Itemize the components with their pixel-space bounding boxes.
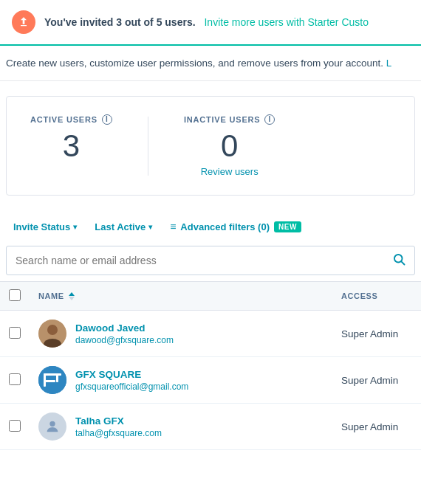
table-header-row: NAME ACCESS bbox=[0, 282, 421, 311]
user-display-name: Dawood Javed bbox=[75, 322, 174, 334]
user-access-cell: Super Admin bbox=[332, 404, 421, 450]
avatar bbox=[38, 366, 66, 394]
svg-rect-8 bbox=[44, 380, 55, 382]
user-checkbox-0[interactable] bbox=[9, 327, 21, 339]
new-badge: NEW bbox=[274, 221, 301, 232]
active-users-label: ACTIVE USERS bbox=[30, 115, 97, 124]
svg-point-3 bbox=[47, 325, 58, 335]
search-input[interactable] bbox=[16, 255, 392, 266]
table-row: Talha GFX talha@gfxsquare.com Super Admi… bbox=[0, 404, 421, 450]
banner-icon bbox=[12, 10, 35, 34]
inactive-users-label: INACTIVE USERS bbox=[184, 115, 261, 124]
user-email: talha@gfxsquare.com bbox=[75, 428, 162, 438]
search-icon bbox=[392, 252, 405, 269]
user-display-name: Talha GFX bbox=[75, 415, 162, 427]
inactive-users-info-icon[interactable]: i bbox=[264, 114, 275, 125]
user-cell: Talha GFX talha@gfxsquare.com bbox=[30, 404, 332, 450]
name-sort-icon[interactable] bbox=[69, 292, 75, 300]
user-access-cell: Super Admin bbox=[332, 357, 421, 404]
stats-divider bbox=[148, 117, 148, 176]
user-name-block: Dawood Javed dawood@gfxsquare.com bbox=[75, 322, 174, 345]
gfx-avatar-svg bbox=[38, 366, 66, 394]
advanced-filters-label: Advanced filters (0) bbox=[180, 221, 270, 232]
user-display-name: GFX SQUARE bbox=[75, 369, 188, 380]
user-cell: GFX SQUARE gfxsquareofficial@gmail.com bbox=[30, 357, 332, 404]
name-column-header: NAME bbox=[30, 282, 332, 311]
filters-row: Invite Status ▾ Last Active ▾ ≡ Advanced… bbox=[0, 210, 421, 243]
invite-more-link[interactable]: Invite more users with Starter Custo bbox=[204, 16, 369, 28]
description-text: Create new users, customize user permiss… bbox=[0, 46, 421, 81]
active-users-stat: ACTIVE USERS i 3 bbox=[30, 114, 112, 165]
invitation-banner: You've invited 3 out of 5 users. Invite … bbox=[0, 0, 421, 46]
user-name-block: GFX SQUARE gfxsquareofficial@gmail.com bbox=[75, 369, 188, 392]
invite-status-label: Invite Status bbox=[13, 221, 70, 232]
invite-status-filter[interactable]: Invite Status ▾ bbox=[6, 217, 84, 237]
select-all-cell bbox=[0, 282, 30, 311]
advanced-filters-button[interactable]: ≡ Advanced filters (0) NEW bbox=[162, 216, 309, 237]
user-cell: Dawood Javed dawood@gfxsquare.com bbox=[30, 311, 332, 357]
last-active-chevron-icon: ▾ bbox=[148, 223, 152, 231]
svg-rect-9 bbox=[56, 373, 58, 382]
invite-status-chevron-icon: ▾ bbox=[73, 223, 77, 231]
inactive-users-count: 0 bbox=[221, 128, 238, 165]
select-all-checkbox[interactable] bbox=[9, 289, 21, 301]
svg-rect-6 bbox=[44, 373, 61, 376]
user-email: gfxsquareofficial@gmail.com bbox=[75, 382, 188, 392]
last-active-filter[interactable]: Last Active ▾ bbox=[87, 217, 160, 237]
row-checkbox-cell bbox=[0, 311, 30, 357]
table-row: Dawood Javed dawood@gfxsquare.com Super … bbox=[0, 311, 421, 357]
active-users-info-icon[interactable]: i bbox=[102, 114, 112, 125]
table-row: GFX SQUARE gfxsquareofficial@gmail.com S… bbox=[0, 357, 421, 404]
avatar bbox=[38, 412, 66, 441]
user-checkbox-2[interactable] bbox=[9, 420, 21, 432]
last-active-label: Last Active bbox=[95, 221, 146, 232]
user-checkbox-1[interactable] bbox=[9, 373, 21, 385]
inactive-users-stat: INACTIVE USERS i 0 Review users bbox=[184, 114, 275, 177]
access-column-header: ACCESS bbox=[332, 282, 421, 311]
placeholder-avatar-icon bbox=[44, 418, 61, 435]
stats-card: ACTIVE USERS i 3 INACTIVE USERS i 0 Revi… bbox=[6, 96, 415, 196]
user-name-block: Talha GFX talha@gfxsquare.com bbox=[75, 415, 162, 438]
user-email: dawood@gfxsquare.com bbox=[75, 335, 174, 345]
search-container bbox=[6, 246, 415, 275]
row-checkbox-cell bbox=[0, 404, 30, 450]
filter-lines-icon: ≡ bbox=[170, 221, 176, 232]
users-table: NAME ACCESS Dawood Javed dawoo bbox=[0, 281, 421, 450]
active-users-count: 3 bbox=[63, 128, 80, 165]
row-checkbox-cell bbox=[0, 357, 30, 404]
sort-descending-icon bbox=[69, 297, 75, 300]
learn-more-link[interactable]: L bbox=[386, 58, 392, 69]
user-access-cell: Super Admin bbox=[332, 311, 421, 357]
user-avatar-svg bbox=[38, 320, 66, 348]
upload-icon bbox=[18, 16, 30, 28]
svg-line-1 bbox=[401, 262, 404, 265]
banner-message: You've invited 3 out of 5 users. Invite … bbox=[44, 16, 369, 28]
avatar bbox=[38, 320, 66, 348]
svg-point-10 bbox=[49, 421, 55, 427]
review-users-link[interactable]: Review users bbox=[201, 166, 259, 177]
sort-ascending-icon bbox=[69, 292, 75, 296]
